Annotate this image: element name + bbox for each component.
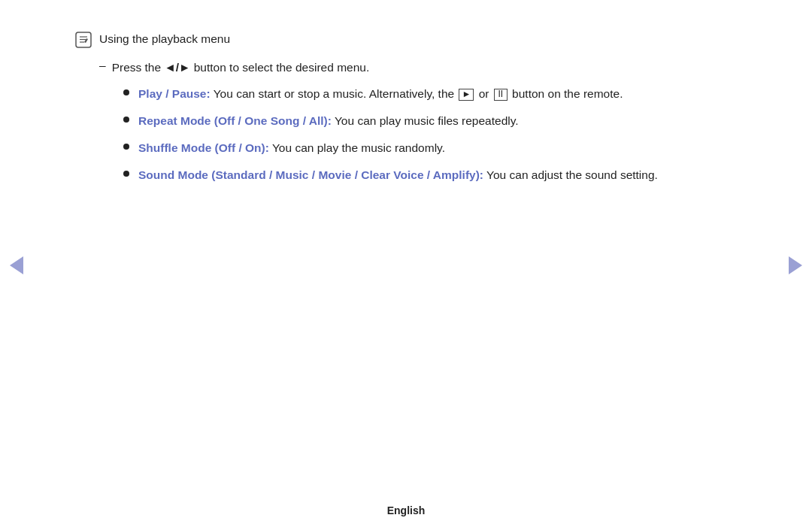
button-symbol: ◄/► bbox=[164, 61, 190, 74]
pause-box: II bbox=[494, 89, 508, 101]
shuffle-mode-text: You can play the music randomly. bbox=[269, 141, 445, 154]
nav-arrow-right[interactable] bbox=[785, 255, 806, 276]
li-content-sound: Sound Mode (Standard / Music / Movie / C… bbox=[138, 166, 737, 184]
repeat-mode-label: Repeat Mode (Off / One Song / All): bbox=[138, 114, 332, 127]
li-content-shuffle: Shuffle Mode (Off / On): You can play th… bbox=[138, 139, 737, 157]
play-pause-text2: or bbox=[479, 87, 489, 100]
nav-arrow-left[interactable] bbox=[6, 255, 27, 276]
dash-row: – Press the ◄/► button to select the des… bbox=[99, 59, 737, 76]
play-pause-text: You can start or stop a music. Alternati… bbox=[211, 87, 455, 100]
dash-text-before: Press the bbox=[112, 61, 165, 74]
page-container: Using the playback menu – Press the ◄/► … bbox=[0, 0, 812, 530]
note-text-label: Using the playback menu bbox=[99, 32, 230, 45]
sound-mode-text: You can adjust the sound setting. bbox=[483, 168, 658, 181]
content-area: Using the playback menu – Press the ◄/► … bbox=[0, 0, 812, 504]
bullet-dot bbox=[123, 171, 129, 177]
bullet-dot bbox=[123, 117, 129, 123]
shuffle-mode-label: Shuffle Mode (Off / On): bbox=[138, 141, 269, 154]
play-box: ► bbox=[459, 89, 474, 101]
dash-text: Press the ◄/► button to select the desir… bbox=[112, 59, 370, 76]
footer: English bbox=[0, 504, 812, 530]
list-item: Shuffle Mode (Off / On): You can play th… bbox=[123, 139, 737, 157]
list-item: Repeat Mode (Off / One Song / All): You … bbox=[123, 112, 737, 130]
repeat-mode-text: You can play music files repeatedly. bbox=[332, 114, 519, 127]
sound-mode-label: Sound Mode (Standard / Music / Movie / C… bbox=[138, 168, 483, 181]
bullet-list: Play / Pause: You can start or stop a mu… bbox=[123, 85, 737, 184]
bullet-dot bbox=[123, 89, 129, 95]
play-pause-text3: button on the remote. bbox=[512, 87, 623, 100]
dash-text-after: button to select the desired menu. bbox=[190, 61, 369, 74]
footer-language: English bbox=[387, 504, 426, 516]
right-arrow-icon bbox=[789, 256, 802, 274]
header-row: Using the playback menu bbox=[75, 30, 737, 48]
list-item: Sound Mode (Standard / Music / Movie / C… bbox=[123, 166, 737, 184]
li-content-repeat: Repeat Mode (Off / One Song / All): You … bbox=[138, 112, 737, 130]
note-icon bbox=[75, 32, 92, 48]
dash-symbol: – bbox=[99, 59, 106, 72]
list-item: Play / Pause: You can start or stop a mu… bbox=[123, 85, 737, 103]
left-arrow-icon bbox=[10, 256, 23, 274]
play-pause-label: Play / Pause: bbox=[138, 87, 211, 100]
indent-level-1: – Press the ◄/► button to select the des… bbox=[99, 59, 737, 184]
header-text: Using the playback menu bbox=[99, 30, 230, 47]
li-content-play-pause: Play / Pause: You can start or stop a mu… bbox=[138, 85, 737, 103]
bullet-dot bbox=[123, 144, 129, 150]
